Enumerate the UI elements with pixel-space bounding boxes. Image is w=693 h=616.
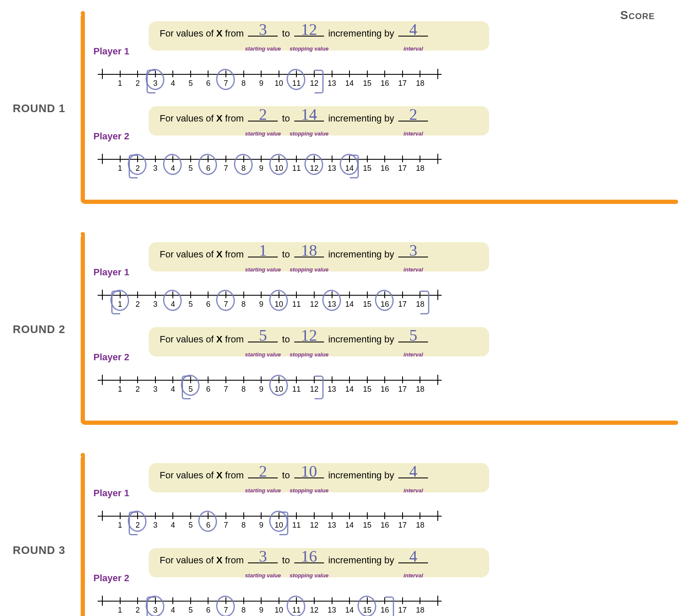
stop-value: 10 [301, 463, 317, 479]
circled-mark [232, 153, 254, 176]
tick: 14 [349, 376, 350, 383]
stop-value: 14 [301, 106, 317, 122]
tick: 16 [384, 71, 385, 77]
sent-incr: incrementing by [326, 249, 397, 260]
tick-label: 5 [189, 300, 193, 309]
tick-label: 17 [398, 385, 407, 394]
tick: 11 [296, 512, 297, 519]
number-line: 123456789101112131415161718 [93, 289, 446, 314]
interval-blank[interactable]: 4interval [398, 478, 428, 478]
round-label: ROUND 1 [13, 102, 76, 115]
tick: 17 [402, 512, 403, 519]
tick-label: 6 [206, 606, 210, 615]
tick: 3 [155, 291, 156, 298]
circled-mark [162, 288, 183, 312]
interval-blank[interactable]: 2interval [398, 121, 428, 122]
sent-var: X [216, 470, 223, 480]
tick-label: 3 [153, 300, 158, 309]
tick-end [437, 154, 438, 164]
sent-from: from [223, 113, 246, 124]
tick-end [437, 511, 438, 521]
tick: 8 [243, 71, 244, 77]
for-loop-sentence: For values of X from 3starting value to … [149, 21, 489, 51]
tick: 7 [225, 155, 226, 162]
player-name: Player 2 [93, 573, 129, 584]
tick: 14 [349, 512, 350, 519]
tick-end [102, 511, 103, 521]
sent-var: X [216, 334, 223, 345]
stop-value: 16 [301, 548, 317, 564]
interval-blank[interactable]: 5interval [398, 342, 428, 342]
stop-value: 12 [301, 21, 317, 37]
tick: 9 [261, 597, 262, 604]
interval-sub: interval [403, 130, 423, 138]
tick: 2 [137, 71, 138, 77]
player-row: Player 2For values of X from 3starting v… [93, 548, 676, 616]
tick-label: 15 [363, 300, 372, 309]
player-name: Player 1 [93, 46, 129, 57]
stop-blank[interactable]: 12stopping value [294, 342, 324, 342]
stop-blank[interactable]: 12stopping value [294, 36, 324, 37]
tick-label: 12 [310, 521, 318, 530]
player-row: Player 2For values of X from 5starting v… [93, 327, 676, 399]
stop-blank[interactable]: 14stopping value [294, 121, 324, 122]
tick-end [102, 154, 103, 164]
bracket-close [315, 376, 324, 399]
tick-label: 8 [242, 300, 246, 309]
start-blank[interactable]: 2starting value [248, 478, 278, 478]
tick: 6 [208, 597, 208, 604]
tick: 1 [120, 597, 121, 604]
bracket-close [315, 70, 324, 93]
sent-pre: For values of [160, 470, 216, 480]
stop-sub: stopping value [290, 130, 329, 138]
stop-sub: stopping value [290, 266, 329, 274]
sent-var: X [216, 555, 223, 565]
stop-blank[interactable]: 18stopping value [294, 257, 324, 257]
start-blank[interactable]: 1starting value [248, 257, 278, 257]
stop-blank[interactable]: 16stopping value [294, 562, 324, 563]
circled-mark [374, 288, 395, 312]
tick-label: 13 [328, 521, 336, 530]
player-row: Player 1For values of X from 1starting v… [93, 242, 676, 314]
stop-value: 18 [301, 242, 317, 258]
tick-end [102, 69, 103, 79]
circled-mark [268, 153, 290, 176]
tick: 13 [332, 155, 332, 162]
tick-label: 7 [224, 164, 228, 173]
start-blank[interactable]: 3starting value [248, 36, 278, 37]
start-blank[interactable]: 3starting value [248, 562, 278, 563]
tick: 8 [243, 512, 244, 519]
sent-incr: incrementing by [326, 113, 397, 124]
tick-label: 1 [118, 385, 122, 394]
tick-label: 9 [259, 521, 263, 530]
player-name: Player 1 [93, 488, 129, 499]
tick: 15 [367, 291, 368, 298]
tick-label: 17 [398, 521, 407, 530]
tick-label: 10 [275, 606, 283, 615]
tick: 11 [296, 376, 297, 383]
interval-blank[interactable]: 3interval [398, 257, 428, 257]
tick-label: 17 [398, 606, 407, 615]
stop-blank[interactable]: 10stopping value [294, 478, 324, 478]
stop-sub: stopping value [290, 487, 329, 494]
tick-label: 3 [153, 164, 158, 173]
start-blank[interactable]: 2starting value [248, 121, 278, 122]
tick-label: 11 [292, 521, 301, 530]
tick-label: 1 [118, 521, 122, 530]
sent-pre: For values of [160, 334, 216, 345]
tick: 14 [349, 291, 350, 298]
tick-label: 16 [380, 164, 389, 173]
circled-mark [268, 288, 290, 312]
sent-incr: incrementing by [326, 28, 397, 39]
tick: 14 [349, 71, 350, 77]
number-line: 123456789101112131415161718 [93, 153, 446, 178]
interval-blank[interactable]: 4interval [398, 36, 428, 37]
tick-end [102, 596, 103, 606]
start-blank[interactable]: 5starting value [248, 342, 278, 342]
interval-value: 4 [409, 548, 417, 564]
tick-label: 11 [292, 300, 301, 309]
tick: 18 [420, 376, 420, 383]
circled-mark [215, 68, 237, 91]
tick: 14 [349, 597, 350, 604]
interval-blank[interactable]: 4interval [398, 562, 428, 563]
